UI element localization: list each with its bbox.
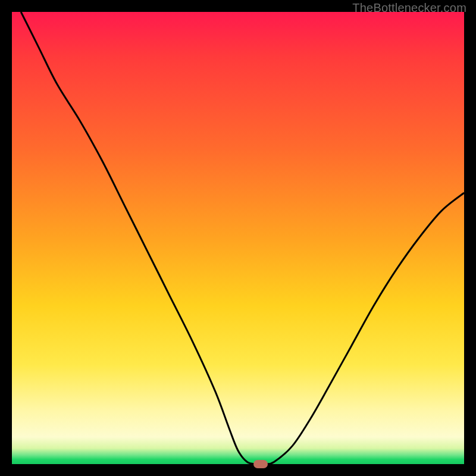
bottleneck-curve — [21, 12, 464, 464]
optimal-point-marker — [253, 460, 268, 468]
attribution-text: TheBottlenecker.com — [352, 1, 466, 15]
chart-frame: TheBottlenecker.com — [0, 0, 476, 476]
curve-layer — [12, 12, 464, 464]
